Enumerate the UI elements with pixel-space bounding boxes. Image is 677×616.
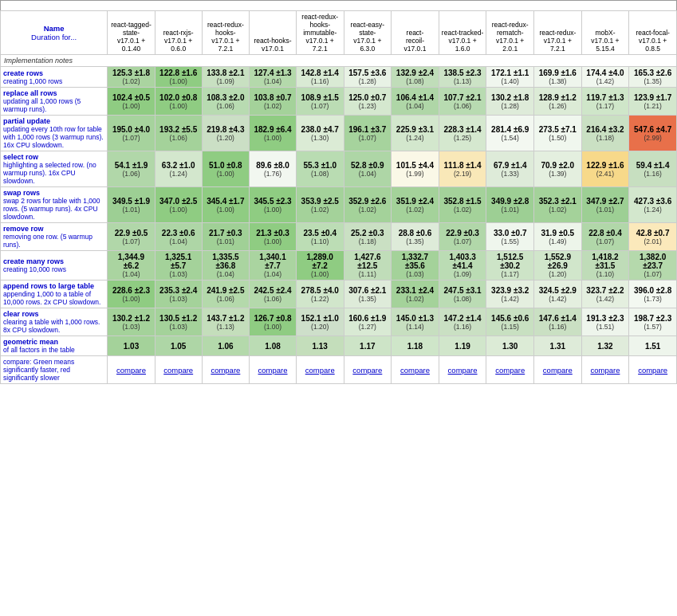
data-cell-create-rows-4: 142.8 ±1.4(1.16)	[296, 67, 344, 88]
cell-slowdown: (1.24)	[632, 206, 674, 214]
cell-value: 347.0 ±2.5	[158, 197, 199, 206]
data-cell-replace-all-9: 128.9 ±1.2(1.26)	[534, 88, 582, 116]
compare-cell-6[interactable]: compare	[392, 356, 439, 384]
data-cell-select-row-2: 51.0 ±0.8(1.00)	[202, 151, 250, 187]
compare-cell-5[interactable]: compare	[344, 356, 392, 384]
data-cell-swap-rows-6: 351.9 ±2.4(1.02)	[392, 187, 439, 223]
data-cell-swap-rows-1: 347.0 ±2.5(1.00)	[155, 187, 202, 223]
compare-link-3[interactable]: compare	[258, 366, 288, 375]
compare-cell-8[interactable]: compare	[486, 356, 534, 384]
compare-link-7[interactable]: compare	[448, 366, 478, 375]
data-cell-create-many-5: 1,427.6 ±12.5(1.11)	[344, 251, 392, 281]
cell-value: 195.0 ±4.0	[110, 125, 152, 134]
data-cell-remove-row-4: 23.5 ±0.4(1.10)	[296, 223, 344, 251]
cell-value: 278.5 ±4.0	[299, 286, 341, 295]
data-cell-select-row-9: 70.9 ±2.0(1.39)	[534, 151, 582, 187]
cell-value: 101.5 ±4.4	[394, 161, 436, 170]
data-cell-clear-rows-9: 147.6 ±1.4(1.16)	[534, 308, 582, 336]
data-cell-remove-row-1: 22.3 ±0.6(1.04)	[155, 223, 202, 251]
compare-link-9[interactable]: compare	[543, 366, 573, 375]
data-cell-clear-rows-4: 152.1 ±1.0(1.20)	[296, 308, 344, 336]
data-cell-create-many-3: 1,340.1 ±7.7(1.04)	[250, 251, 297, 281]
geo-mean-cell-6: 1.18	[392, 336, 439, 356]
data-cell-partial-update-0: 195.0 ±4.0(1.07)	[108, 116, 155, 151]
cell-slowdown: (1.20)	[299, 323, 341, 331]
cell-slowdown: (1.07)	[110, 134, 152, 142]
data-cell-create-many-6: 1,332.7 ±35.6(1.03)	[392, 251, 439, 281]
compare-link-8[interactable]: compare	[495, 366, 525, 375]
data-cell-append-rows-11: 396.0 ±2.8(1.73)	[629, 281, 677, 308]
data-cell-replace-all-6: 106.4 ±1.4(1.04)	[392, 88, 439, 116]
cell-value: 111.8 ±1.4	[442, 161, 484, 170]
cell-value: 125.3 ±1.8	[110, 69, 152, 77]
compare-cell-11[interactable]: compare	[629, 356, 677, 384]
cell-slowdown: (2.19)	[442, 170, 484, 178]
cell-value: 119.7 ±1.3	[585, 93, 627, 102]
compare-cell-0[interactable]: compare	[108, 356, 155, 384]
compare-cell-4[interactable]: compare	[296, 356, 344, 384]
cell-value: 25.2 ±0.3	[347, 229, 389, 237]
cell-value: 125.0 ±0.7	[347, 93, 389, 102]
cell-value: 1,403.3 ±41.4	[442, 253, 484, 270]
compare-link-0[interactable]: compare	[116, 366, 146, 375]
data-cell-partial-update-9: 273.5 ±7.1(1.50)	[534, 116, 582, 151]
compare-link-11[interactable]: compare	[638, 366, 667, 375]
compare-cell-2[interactable]: compare	[202, 356, 250, 384]
compare-cell-7[interactable]: compare	[439, 356, 486, 384]
cell-value: 102.4 ±0.5	[110, 93, 152, 102]
data-cell-remove-row-10: 22.8 ±0.4(1.07)	[581, 223, 629, 251]
cell-slowdown: (1.08)	[394, 77, 436, 85]
data-cell-clear-rows-6: 145.0 ±1.3(1.14)	[392, 308, 439, 336]
cell-slowdown: (1.03)	[394, 270, 436, 278]
col-header-c8: react-tracked-v17.0.1 +1.6.0	[439, 11, 486, 55]
data-cell-partial-update-1: 193.2 ±5.5(1.06)	[155, 116, 202, 151]
data-cell-append-rows-2: 241.9 ±2.5(1.06)	[202, 281, 250, 308]
cell-slowdown: (1.18)	[585, 134, 627, 142]
cell-slowdown: (1.35)	[394, 237, 436, 245]
cell-value: 54.1 ±1.9	[110, 161, 152, 170]
cell-slowdown: (1.57)	[632, 323, 674, 331]
compare-link-6[interactable]: compare	[400, 366, 430, 375]
cell-slowdown: (1.17)	[585, 102, 627, 110]
data-cell-create-rows-10: 174.4 ±4.0(1.42)	[581, 67, 629, 88]
compare-cell-3[interactable]: compare	[250, 356, 297, 384]
data-cell-create-many-0: 1,344.9 ±6.2(1.04)	[108, 251, 155, 281]
cell-value: 281.4 ±6.9	[489, 125, 531, 134]
col-header-name: NameDuration for...	[1, 11, 108, 55]
cell-slowdown: (1.06)	[205, 295, 247, 303]
col-header-c1: react-tagged-state-v17.0.1 +0.1.40	[108, 11, 155, 55]
cell-value: 347.9 ±2.7	[585, 197, 627, 206]
cell-slowdown: (1.00)	[158, 102, 199, 110]
cell-value: 138.5 ±2.3	[442, 69, 484, 77]
cell-value: 233.1 ±2.4	[394, 286, 436, 295]
cell-value: 22.9 ±0.3	[442, 229, 484, 237]
cell-slowdown: (1.14)	[394, 323, 436, 331]
data-cell-create-many-10: 1,418.2 ±31.5(1.10)	[581, 251, 629, 281]
compare-cell-1[interactable]: compare	[155, 356, 202, 384]
compare-link-5[interactable]: compare	[352, 366, 382, 375]
cell-value: 107.7 ±2.1	[442, 93, 484, 102]
table-row-clear-rows: clear rowsclearing a table with 1,000 ro…	[1, 308, 677, 336]
compare-link-10[interactable]: compare	[590, 366, 620, 375]
compare-cell-10[interactable]: compare	[581, 356, 629, 384]
compare-link-1[interactable]: compare	[163, 366, 193, 375]
cell-slowdown: (1.25)	[442, 134, 484, 142]
cell-value: 63.2 ±1.0	[158, 161, 199, 170]
benchmark-table: NameDuration for...react-tagged-state-v1…	[0, 10, 677, 384]
data-cell-select-row-10: 122.9 ±1.6(2.41)	[581, 151, 629, 187]
cell-slowdown: (1.16)	[537, 323, 579, 331]
data-cell-append-rows-4: 278.5 ±4.0(1.22)	[296, 281, 344, 308]
cell-slowdown: (1.04)	[394, 102, 436, 110]
compare-link-2[interactable]: compare	[211, 366, 240, 375]
cell-slowdown: (1.10)	[299, 237, 341, 245]
cell-value: 52.8 ±0.9	[347, 161, 389, 170]
data-cell-partial-update-4: 238.0 ±4.7(1.30)	[296, 116, 344, 151]
compare-link-4[interactable]: compare	[305, 366, 335, 375]
compare-cell-9[interactable]: compare	[534, 356, 582, 384]
cell-slowdown: (1.23)	[347, 102, 389, 110]
geo-mean-cell-1: 1.05	[155, 336, 202, 356]
geo-mean-cell-10: 1.32	[581, 336, 629, 356]
data-cell-create-rows-9: 169.9 ±1.6(1.38)	[534, 67, 582, 88]
col-header-c11: mobX-v17.0.1 +5.15.4	[581, 11, 629, 55]
data-cell-partial-update-6: 225.9 ±3.1(1.24)	[392, 116, 439, 151]
